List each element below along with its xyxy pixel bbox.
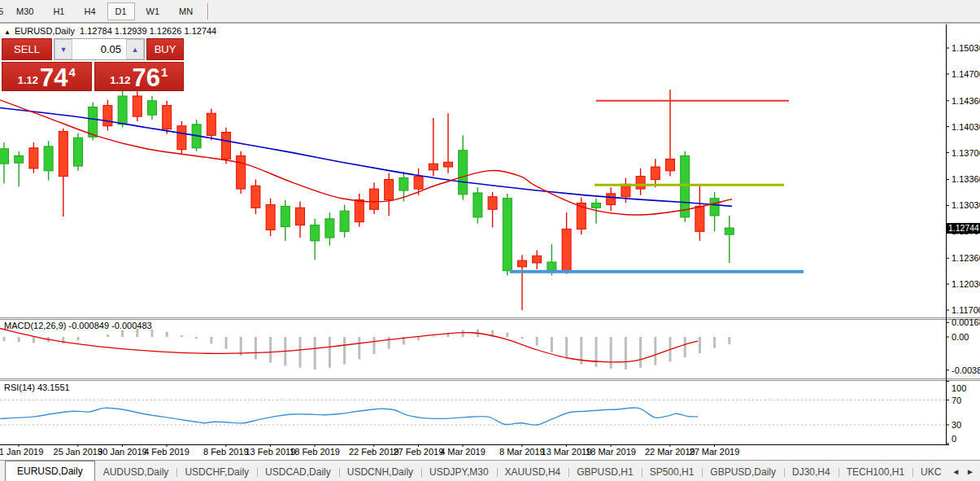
candle-body[interactable] (695, 206, 704, 231)
candle-body[interactable] (281, 206, 290, 226)
date-label[interactable]: 13 Mar 2019 (542, 447, 592, 457)
date-label[interactable]: 22 Mar 2019 (645, 447, 695, 457)
candle-body[interactable] (533, 256, 542, 263)
candle-body[interactable] (607, 194, 616, 205)
date-label[interactable]: 22 Feb 2019 (349, 447, 399, 457)
candle-body[interactable] (651, 167, 660, 179)
volume-decrease-button[interactable]: ▼ (54, 39, 72, 59)
volume-increase-button[interactable]: ▲ (126, 39, 144, 59)
date-label[interactable]: 8 Mar 2019 (499, 447, 545, 457)
candle-body[interactable] (385, 179, 394, 199)
date-label[interactable]: 8 Feb 2019 (203, 447, 249, 457)
candle-body[interactable] (89, 107, 98, 138)
buy-price-display[interactable]: 1.12 76 1 (94, 62, 185, 91)
candle-body[interactable] (59, 132, 68, 177)
candle-body[interactable] (562, 229, 571, 270)
candle-body[interactable] (414, 177, 423, 189)
candle-body[interactable] (547, 262, 556, 271)
candle-body[interactable] (148, 101, 157, 115)
macd-signal-line (0, 329, 698, 362)
candle-body[interactable] (459, 151, 468, 195)
date-label[interactable]: 4 Feb 2019 (144, 447, 189, 457)
candle-body[interactable] (503, 199, 512, 271)
date-label[interactable]: 30 Jan 2019 (98, 447, 147, 457)
candle-body[interactable] (0, 149, 9, 164)
date-label[interactable]: 27 Mar 2019 (690, 447, 740, 457)
buy-price-main: 76 (132, 68, 159, 89)
candle-body[interactable] (237, 155, 246, 189)
date-label[interactable]: 4 Mar 2019 (440, 447, 486, 457)
candle-body[interactable] (325, 219, 334, 238)
chart-symbol-label: EURUSD,Daily (15, 26, 75, 36)
candle-body[interactable] (636, 177, 645, 189)
candle-body[interactable] (429, 164, 438, 170)
candle-body[interactable] (207, 113, 216, 135)
macd-axis-label: 0.00 (952, 332, 969, 342)
sell-price-display[interactable]: 1.12 74 4 (2, 62, 92, 91)
candle-body[interactable] (444, 162, 453, 167)
candle-body[interactable] (340, 211, 349, 231)
buy-price-prefix: 1.12 (110, 74, 130, 86)
candle-body[interactable] (725, 228, 734, 234)
buy-button[interactable]: BUY (146, 38, 184, 60)
tab-scroll-left-icon[interactable]: ◄ (948, 466, 963, 478)
candle-body[interactable] (488, 197, 497, 209)
candle-body[interactable] (118, 96, 127, 125)
tab-scroll-right-icon[interactable]: ► (963, 466, 978, 478)
candle-body[interactable] (103, 106, 112, 126)
candle-body[interactable] (133, 96, 142, 116)
candle-body[interactable] (399, 178, 408, 190)
macd-axis-label: 0.001686 (952, 317, 980, 327)
candle-body[interactable] (222, 132, 231, 159)
candle-body[interactable] (177, 126, 186, 150)
price-axis-label: 1.13030 (952, 200, 980, 210)
sell-button[interactable]: SELL (2, 38, 52, 60)
sell-price-pip: 4 (68, 65, 75, 79)
rsi-axis-label: 0 (952, 434, 956, 444)
candle-body[interactable] (681, 155, 690, 216)
candle-body[interactable] (266, 204, 275, 230)
price-axis-label: 1.12030 (952, 279, 980, 289)
candle-body[interactable] (518, 260, 527, 267)
rsi-indicator-label: RSI(14) 43.1551 (4, 383, 70, 392)
date-label[interactable]: 18 Mar 2019 (586, 447, 636, 457)
chart-ohlc-values: 1.12784 1.12939 1.12626 1.12744 (80, 26, 216, 36)
date-label[interactable]: 27 Feb 2019 (394, 447, 444, 457)
candle-body[interactable] (666, 159, 675, 171)
candle-body[interactable] (370, 189, 379, 209)
price-axis-label: 1.11700 (952, 305, 980, 315)
date-label[interactable]: 21 Jan 2019 (0, 447, 43, 457)
candle-body[interactable] (710, 199, 719, 216)
candle-body[interactable] (163, 106, 172, 129)
macd-indicator-label: MACD(12,26,9) -0.000849 -0.000483 (4, 321, 152, 330)
price-axis-label: 1.15030 (952, 43, 980, 53)
candle-body[interactable] (311, 225, 320, 241)
macd-axis-label: -0.00388 (952, 365, 980, 375)
candle-body[interactable] (355, 200, 364, 222)
candle-body[interactable] (15, 155, 24, 163)
volume-input[interactable]: 0.05 (72, 39, 126, 59)
tab-scroll-arrows: ◄ ► (947, 461, 979, 481)
candle-body[interactable] (592, 203, 601, 208)
candle-body[interactable] (29, 148, 38, 168)
candle-body[interactable] (473, 193, 482, 217)
price-axis-label: 1.12360 (952, 253, 980, 263)
rsi-axis-label: 100 (952, 383, 966, 393)
candle-body[interactable] (251, 186, 260, 208)
candle-body[interactable] (74, 138, 83, 166)
sell-price-prefix: 1.12 (18, 74, 38, 86)
candle-body[interactable] (44, 146, 53, 171)
volume-group: ▼ 0.05 ▲ (54, 38, 145, 60)
current-price-tag: 1.12744 (947, 223, 980, 234)
price-axis-label: 1.13360 (952, 174, 980, 184)
candle-body[interactable] (296, 208, 305, 225)
price-axis-label: 1.14700 (952, 69, 980, 79)
date-label[interactable]: 25 Jan 2019 (54, 447, 103, 457)
rsi-axis-label: 70 (952, 396, 961, 405)
date-label[interactable]: 18 Feb 2019 (290, 447, 340, 457)
collapse-icon[interactable]: ▲ (4, 28, 11, 36)
sell-price-main: 74 (40, 68, 68, 89)
rsi-line (0, 408, 698, 425)
price-axis-label: 1.13700 (952, 148, 980, 158)
date-label[interactable]: 13 Feb 2019 (246, 447, 296, 457)
